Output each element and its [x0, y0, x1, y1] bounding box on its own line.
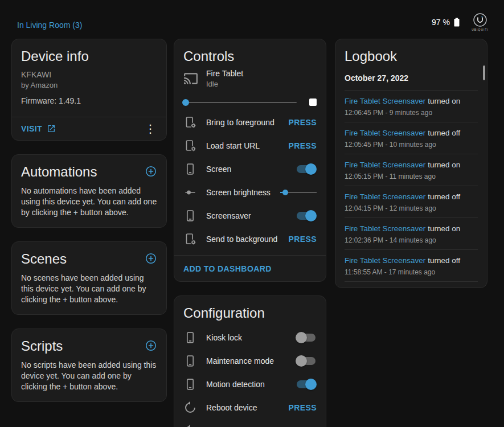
- config-row-maintenance-mode: Maintenance mode: [183, 349, 317, 372]
- logbook-entry-action: turned off: [428, 129, 460, 137]
- reboot-device-press-button[interactable]: PRESS: [289, 403, 317, 412]
- config-row-reboot-device: Reboot device PRESS: [183, 396, 317, 419]
- ubiquiti-logo: UBIQUITI: [469, 13, 491, 31]
- tablet-icon: [183, 331, 197, 344]
- volume-slider[interactable]: [183, 102, 297, 103]
- tablet-cog-icon: [183, 232, 197, 246]
- control-row-screen: Screen: [183, 157, 317, 180]
- motion-detection-toggle[interactable]: [296, 379, 317, 390]
- control-row-label: Send to background: [206, 235, 289, 244]
- logbook-entry: Fire Tablet Screensaverturned on 12:05:1…: [345, 154, 478, 186]
- config-row-restart-browser: Restart browser PRESS: [183, 419, 317, 427]
- brightness-slider[interactable]: [280, 187, 317, 198]
- tablet-cog-icon: [183, 116, 197, 129]
- restart-icon: [183, 401, 197, 414]
- send-to-background-press-button[interactable]: PRESS: [289, 235, 317, 244]
- control-row-screen-brightness: Screen brightness: [183, 180, 317, 204]
- logbook-title: Logbook: [345, 48, 478, 64]
- logbook-entry-time: 11:58:55 AM - 17 minutes ago: [345, 268, 478, 276]
- scenes-title: Scenes: [21, 251, 67, 267]
- device-info-card: Device info KFKAWI by Amazon Firmware: 1…: [11, 39, 167, 141]
- kiosk-lock-toggle[interactable]: [296, 332, 317, 343]
- add-automation-button[interactable]: [145, 165, 157, 178]
- brightness-slider-thumb[interactable]: [282, 190, 288, 195]
- tablet-icon: [183, 377, 197, 391]
- logbook-entity-link[interactable]: Fire Tablet Screensaver: [345, 161, 425, 169]
- configuration-title: Configuration: [183, 305, 317, 321]
- logbook-entry-action: turned off: [428, 256, 460, 265]
- maintenance-mode-toggle[interactable]: [296, 355, 317, 367]
- controls-card: Controls Fire Tablet Idle: [174, 39, 326, 282]
- control-row-screensaver: Screensaver: [183, 204, 317, 227]
- device-info-footer: VISIT ⋮: [12, 117, 166, 140]
- scripts-empty-text: No scripts have been added using this de…: [21, 360, 157, 392]
- device-manufacturer: by Amazon: [21, 81, 157, 89]
- scripts-card: Scripts No scripts have been added using…: [11, 329, 167, 402]
- logbook-entry-time: 12:04:15 PM - 12 minutes ago: [345, 204, 478, 212]
- control-row-label: Bring to foreground: [206, 118, 289, 127]
- logbook-entry: Fire Tablet Screensaverturned off 12:04:…: [345, 186, 478, 218]
- device-model: KFKAWI: [21, 70, 157, 79]
- screensaver-toggle[interactable]: [296, 210, 317, 221]
- control-row-label: Load start URL: [206, 141, 289, 150]
- controls-title: Controls: [183, 48, 317, 64]
- automations-empty-text: No automations have been added using thi…: [21, 186, 157, 218]
- bring-to-foreground-press-button[interactable]: PRESS: [289, 118, 317, 127]
- screen-toggle[interactable]: [296, 163, 317, 175]
- logbook-entry: Fire Tablet Screensaverturned on 12:06:4…: [345, 91, 478, 122]
- scenes-card: Scenes No scenes have been added using t…: [11, 241, 167, 315]
- automations-card: Automations No automations have been add…: [11, 154, 167, 228]
- control-row-bring-to-foreground: Bring to foreground PRESS: [183, 110, 317, 134]
- tablet-icon: [183, 209, 197, 223]
- logbook-date: October 27, 2022: [345, 69, 478, 91]
- logbook-entry: Fire Tablet Screensaverturned off 12:05:…: [345, 122, 478, 154]
- topbar-right: 97 % UBIQUITI: [432, 13, 491, 31]
- brightness-icon: [183, 186, 197, 199]
- automations-title: Automations: [21, 164, 97, 180]
- logbook-entity-link[interactable]: Fire Tablet Screensaver: [345, 97, 425, 105]
- middle-column: Controls Fire Tablet Idle: [174, 39, 326, 427]
- logbook-entry-time: 12:05:15 PM - 11 minutes ago: [345, 173, 478, 180]
- cast-icon: [183, 71, 199, 86]
- logbook-entry-action: turned on: [428, 97, 460, 105]
- media-player-row[interactable]: Fire Tablet Idle: [183, 69, 317, 88]
- configuration-card: Configuration Kiosk lock Maintenance mod…: [174, 295, 326, 427]
- media-player-name: Fire Tablet: [206, 69, 243, 78]
- control-row-label: Screen: [206, 165, 296, 174]
- add-script-button[interactable]: [145, 339, 157, 352]
- media-player-state: Idle: [206, 80, 243, 88]
- visit-button[interactable]: VISIT: [21, 124, 56, 133]
- stop-button[interactable]: [309, 98, 317, 106]
- breadcrumb[interactable]: In Living Room (3): [17, 20, 82, 30]
- ubiquiti-logo-text: UBIQUITI: [472, 28, 489, 31]
- logbook-entity-link[interactable]: Fire Tablet Screensaver: [345, 192, 425, 201]
- device-firmware: Firmware: 1.49.1: [21, 96, 157, 105]
- logbook-entry-action: turned on: [428, 161, 460, 169]
- config-row-kiosk-lock: Kiosk lock: [183, 326, 317, 349]
- config-row-motion-detection: Motion detection: [183, 372, 317, 396]
- control-row-label: Screen brightness: [206, 188, 280, 197]
- restart-icon: [183, 424, 197, 427]
- battery-icon: [452, 17, 462, 27]
- device-info-title: Device info: [21, 48, 157, 64]
- config-row-label: Maintenance mode: [206, 356, 296, 366]
- logbook-entry-time: 12:06:45 PM - 9 minutes ago: [345, 109, 478, 117]
- logbook-entry: Fire Tablet Screensaverturned off 11:58:…: [345, 250, 478, 282]
- logbook-entity-link[interactable]: Fire Tablet Screensaver: [345, 256, 425, 265]
- scenes-empty-text: No scenes have been added using this dev…: [21, 273, 157, 305]
- more-menu-button[interactable]: ⋮: [141, 124, 159, 134]
- add-to-dashboard-button[interactable]: ADD TO DASHBOARD: [183, 264, 272, 273]
- logbook-scrollbar[interactable]: [483, 65, 485, 80]
- media-volume-row: [183, 98, 317, 106]
- load-start-url-press-button[interactable]: PRESS: [289, 141, 317, 150]
- add-scene-button[interactable]: [145, 252, 157, 265]
- logbook-entry: Fire Tablet Screensaverturned on 12:02:3…: [345, 218, 478, 250]
- logbook-entity-link[interactable]: Fire Tablet Screensaver: [345, 129, 425, 137]
- logbook-entity-link[interactable]: Fire Tablet Screensaver: [345, 224, 425, 233]
- logbook-card: Logbook October 27, 2022 Fire Tablet Scr…: [335, 39, 487, 288]
- tablet-cog-icon: [183, 139, 197, 153]
- control-row-load-start-url: Load start URL PRESS: [183, 134, 317, 157]
- battery-percentage: 97 %: [432, 18, 450, 27]
- volume-slider-thumb[interactable]: [182, 99, 189, 106]
- control-row-label: Screensaver: [206, 211, 296, 220]
